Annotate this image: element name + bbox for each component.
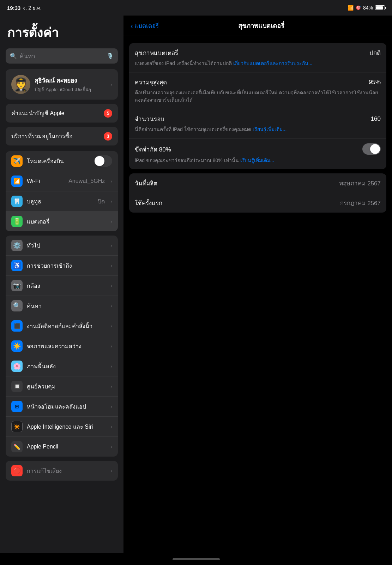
- wifi-value: Anuwat_5GHz: [68, 178, 105, 184]
- max-capacity-title: ความจุสูงสุด: [135, 77, 167, 87]
- general-settings-group: ⚙️ ทั่วไป › ♿ การช่วยการเข้าถึง › 📷 กล้อ…: [6, 236, 118, 457]
- search-bar[interactable]: 🔍 ค้นหา 🎙️: [6, 48, 118, 64]
- airplane-label: โหมดเครื่องบิน: [27, 157, 90, 166]
- sidebar-item-control-center[interactable]: 🔲 ศูนย์ควบคุม ›: [6, 376, 118, 397]
- mic-icon[interactable]: 🎙️: [107, 53, 114, 59]
- wallpaper-chevron: ›: [110, 363, 112, 369]
- sidebar-item-apple-intelligence[interactable]: ✴️ Apple Intelligence และ Siri ›: [6, 417, 118, 437]
- multitask-icon: ⬛: [11, 320, 23, 332]
- battery-health-link[interactable]: เกี่ยวกับแบตเตอรี่และการรับประกัน...: [233, 60, 313, 66]
- sidebar-item-general[interactable]: ⚙️ ทั่วไป ›: [6, 236, 118, 256]
- apple-intelligence-icon: ✴️: [11, 421, 23, 432]
- general-label: ทั่วไป: [27, 241, 105, 250]
- status-bar: 19:33 จ. 2 ธ.ค. 📶 🎯 84%: [0, 0, 392, 16]
- sidebar-item-bluetooth[interactable]: 🦷 บลูทูธ ปิด ›: [6, 191, 118, 212]
- wifi-icon: 📶: [348, 5, 354, 11]
- location-icon: 🎯: [356, 5, 361, 10]
- accessibility-icon: ♿: [11, 260, 23, 271]
- battery-percent: 84%: [363, 5, 373, 11]
- camera-label: กล้อง: [27, 281, 105, 290]
- sidebar-item-wallpaper[interactable]: 🌸 ภาพพื้นหลัง ›: [6, 356, 118, 376]
- right-panel: ‹ แบตเตอรี่ สุขภาพแบตเตอรี่ สุขภาพแบตเตอ…: [123, 16, 392, 553]
- back-button[interactable]: ‹ แบตเตอรี่: [131, 21, 159, 30]
- limit-80-title: ขีดจำกัด 80%: [135, 144, 171, 154]
- display-label: จอภาพและความสว่าง: [27, 342, 105, 351]
- limit-80-toggle[interactable]: [362, 143, 381, 155]
- max-capacity-value: 95%: [369, 79, 381, 86]
- camera-icon: 📷: [11, 280, 23, 291]
- search-settings-icon: 🔍: [11, 300, 23, 311]
- sidebar-item-camera[interactable]: 📷 กล้อง ›: [6, 276, 118, 296]
- wifi-settings-icon: 📶: [11, 176, 23, 187]
- wifi-label: Wi-Fi: [27, 178, 64, 184]
- control-center-chevron: ›: [110, 383, 112, 389]
- home-screen-icon: ⊞: [11, 401, 23, 412]
- apple-intelligence-label: Apple Intelligence และ Siri: [27, 422, 105, 431]
- control-center-label: ศูนย์ควบคุม: [27, 382, 105, 391]
- search-label: ค้นหา: [27, 302, 105, 310]
- bluetooth-value: ปิด: [98, 197, 105, 206]
- home-bar: [173, 558, 220, 560]
- battery-chevron: ›: [110, 219, 112, 224]
- sidebar-item-multitask[interactable]: ⬛ งานมัลติทาสก์และคำสั่งนิ้ว ›: [6, 316, 118, 336]
- airplane-icon: ✈️: [11, 155, 23, 167]
- sidebar-item-accessibility[interactable]: ♿ การช่วยการเข้าถึง ›: [6, 256, 118, 276]
- search-settings-chevron: ›: [110, 303, 112, 309]
- cycle-count-link[interactable]: เรียนรู้เพิ่มเติม...: [253, 126, 287, 132]
- profile-card[interactable]: 🧑‍✈️ สุธิวัฒน์ สะหยอง บัญชี Apple, iClou…: [6, 69, 118, 100]
- home-screen-label: หน้าจอโฮมและคลังแอป: [27, 402, 105, 411]
- cycle-count-value: 160: [371, 115, 381, 123]
- airplane-toggle[interactable]: [94, 155, 112, 167]
- battery-health-desc: แบตเตอรี่ของ iPad เครื่องนี้ทำงานได้ตามป…: [135, 60, 381, 67]
- manufacture-date-value: พฤษภาคม 2567: [339, 178, 381, 188]
- more-group: 🔴 การแก้ไขเสียง ›: [6, 461, 118, 481]
- max-capacity-desc: คือปริมาณความจุของแบตเตอรี่เมื่อเทียบกับ…: [135, 89, 381, 104]
- accessibility-label: การช่วยการเข้าถึง: [27, 261, 105, 270]
- sidebar-item-wifi[interactable]: 📶 Wi-Fi Anuwat_5GHz ›: [6, 171, 118, 191]
- sidebar-item-home-screen[interactable]: ⊞ หน้าจอโฮมและคลังแอป ›: [6, 397, 118, 417]
- search-input[interactable]: ค้นหา: [20, 51, 104, 61]
- limit-80-link[interactable]: เรียนรู้เพิ่มเติม...: [240, 157, 275, 163]
- profile-name: สุธิวัฒน์ สะหยอง: [35, 76, 105, 85]
- first-use-date-value: กรกฎาคม 2567: [340, 198, 381, 208]
- display-chevron: ›: [110, 343, 112, 349]
- display-icon: ☀️: [11, 340, 23, 352]
- sidebar-item-more[interactable]: 🔴 การแก้ไขเสียง ›: [6, 461, 118, 481]
- wifi-chevron: ›: [110, 178, 112, 184]
- apple-suggestion-row[interactable]: คำแนะนำบัญชี Apple 5: [6, 104, 118, 123]
- more-icon: 🔴: [11, 465, 23, 476]
- detail-page-title: สุขภาพแบตเตอรี่: [159, 20, 364, 31]
- battery-icon: [375, 5, 385, 10]
- suggestion-badge: 5: [104, 109, 112, 118]
- first-use-date-label: ใช้ครั้งแรก: [135, 198, 162, 208]
- limit-80-row: ขีดจำกัด 80% iPad ของคุณจะชาร์จจนถึงประม…: [129, 138, 386, 169]
- sidebar-item-search[interactable]: 🔍 ค้นหา ›: [6, 296, 118, 316]
- bluetooth-icon: 🦷: [11, 196, 23, 207]
- detail-content: สุขภาพแบตเตอรี่ ปกติ แบตเตอรี่ของ iPad เ…: [123, 36, 392, 224]
- sidebar-item-display[interactable]: ☀️ จอภาพและความสว่าง ›: [6, 336, 118, 356]
- sidebar-item-airplane[interactable]: ✈️ โหมดเครื่องบิน: [6, 151, 118, 171]
- dates-card: วันที่ผลิต พฤษภาคม 2567 ใช้ครั้งแรก กรกฎ…: [129, 173, 386, 213]
- cycle-count-row: จำนวนรอบ 160 นี่คือจำนวนครั้งที่ iPad ใช…: [129, 109, 386, 138]
- cycle-count-title: จำนวนรอบ: [135, 114, 164, 124]
- sidebar-item-apple-pencil[interactable]: ✏️ Apple Pencil ›: [6, 437, 118, 457]
- manufacture-date-label: วันที่ผลิต: [135, 178, 157, 188]
- multitask-chevron: ›: [110, 323, 112, 329]
- services-row[interactable]: บริการที่รวมอยู่ในการซื้อ 3: [6, 127, 118, 145]
- more-label: การแก้ไขเสียง: [27, 466, 105, 475]
- search-icon: 🔍: [10, 53, 17, 59]
- sidebar: การตั้งค่า 🔍 ค้นหา 🎙️ 🧑‍✈️ สุธิวัฒน์ สะห…: [0, 16, 123, 553]
- bluetooth-chevron: ›: [110, 198, 112, 204]
- battery-health-row: สุขภาพแบตเตอรี่ ปกติ แบตเตอรี่ของ iPad เ…: [129, 43, 386, 72]
- sidebar-item-battery[interactable]: 🔋 แบตเตอรี่ ›: [6, 212, 118, 231]
- wallpaper-label: ภาพพื้นหลัง: [27, 362, 105, 371]
- wallpaper-icon: 🌸: [11, 361, 23, 372]
- bluetooth-label: บลูทูธ: [27, 197, 94, 206]
- multitask-label: งานมัลติทาสก์และคำสั่งนิ้ว: [27, 322, 105, 331]
- battery-health-title: สุขภาพแบตเตอรี่: [135, 48, 178, 58]
- suggestion-label: คำแนะนำบัญชี Apple: [11, 109, 64, 118]
- cycle-count-desc: นี่คือจำนวนครั้งที่ iPad ใช้ความจุแบตเตอ…: [135, 126, 381, 133]
- sidebar-title: การตั้งค่า: [0, 16, 123, 48]
- services-badge: 3: [104, 132, 112, 141]
- manufacture-date-row: วันที่ผลิต พฤษภาคม 2567: [129, 173, 386, 193]
